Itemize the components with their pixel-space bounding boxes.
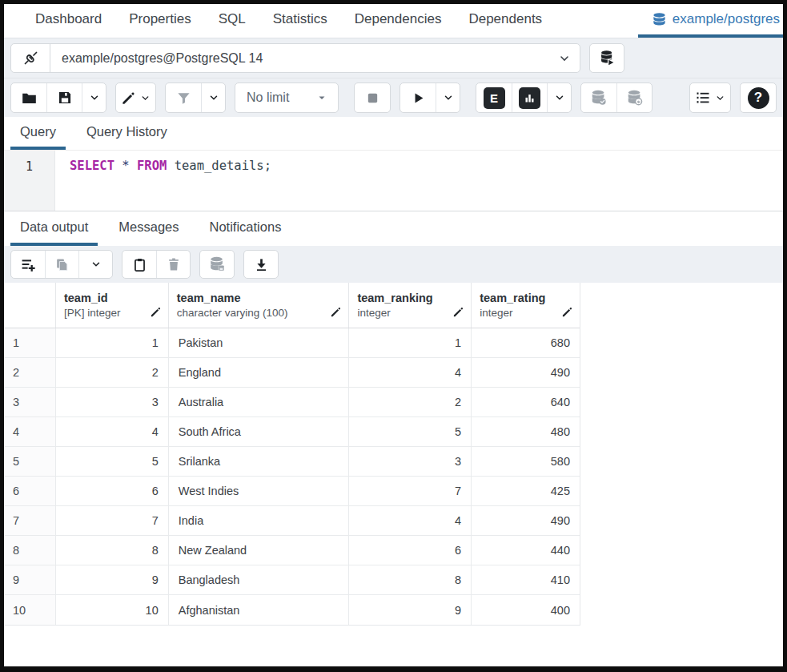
commit-button[interactable] [581, 83, 616, 112]
cell-team-rating[interactable]: 410 [472, 565, 580, 594]
new-connection-button[interactable] [589, 43, 624, 73]
sql-editor[interactable]: 1 SELECT * FROM team_details; [4, 151, 783, 211]
save-options-dropdown[interactable] [82, 83, 106, 112]
row-limit-select[interactable]: No limit [235, 83, 338, 112]
tab-dependents[interactable]: Dependents [455, 4, 556, 38]
row-number[interactable]: 3 [5, 388, 56, 416]
cell-team-rating[interactable]: 480 [472, 417, 580, 446]
explain-options-dropdown[interactable] [547, 83, 571, 112]
tab-statistics[interactable]: Statistics [259, 4, 341, 38]
edit-column-icon[interactable] [452, 306, 464, 318]
column-header-team-id[interactable]: team_id[PK] integer [56, 283, 169, 328]
row-number[interactable]: 7 [5, 506, 56, 535]
help-button[interactable]: ? [741, 83, 776, 112]
cell-team-id[interactable]: 6 [56, 477, 169, 505]
cell-team-name[interactable]: Bangladesh [169, 565, 350, 594]
delete-row-button[interactable] [156, 251, 190, 278]
macros-button[interactable] [690, 83, 730, 112]
cell-team-ranking[interactable]: 7 [349, 477, 472, 505]
row-number[interactable]: 2 [5, 358, 56, 387]
cell-team-name[interactable]: Srilanka [169, 447, 350, 476]
cell-team-id[interactable]: 5 [56, 447, 169, 476]
open-file-button[interactable] [11, 83, 46, 112]
tab-notifications[interactable]: Notifications [200, 211, 291, 246]
rollback-button[interactable] [616, 83, 652, 112]
cell-team-name[interactable]: Pakistan [169, 328, 350, 357]
cell-team-rating[interactable]: 440 [472, 536, 580, 565]
cell-team-id[interactable]: 1 [56, 328, 169, 357]
row-number[interactable]: 10 [5, 595, 56, 625]
column-header-team-ranking[interactable]: team_rankinginteger [349, 283, 472, 328]
copy-options-dropdown[interactable] [78, 251, 112, 278]
tab-query-history[interactable]: Query History [77, 117, 177, 150]
column-header-team-name[interactable]: team_namecharacter varying (100) [169, 283, 350, 328]
save-data-button[interactable] [200, 251, 234, 278]
edit-column-icon[interactable] [330, 306, 342, 318]
download-results-button[interactable] [244, 251, 278, 278]
tab-data-output[interactable]: Data output [10, 211, 98, 246]
row-number[interactable]: 8 [5, 536, 56, 565]
cell-team-name[interactable]: England [169, 358, 350, 387]
cell-team-id[interactable]: 2 [56, 358, 169, 387]
row-number[interactable]: 4 [5, 417, 56, 446]
table-row: 10 10 Afghanistan 9 400 [5, 595, 580, 625]
cell-team-name[interactable]: West Indies [169, 477, 350, 505]
row-number[interactable]: 5 [5, 447, 56, 476]
cell-team-ranking[interactable]: 3 [349, 447, 472, 476]
filter-options-dropdown[interactable] [201, 83, 225, 112]
column-header-team-rating[interactable]: team_ratinginteger [472, 283, 580, 328]
cell-team-ranking[interactable]: 8 [349, 565, 472, 594]
cancel-query-button[interactable] [355, 83, 390, 112]
tab-query-tool-example-postgres[interactable]: example/postgres [638, 4, 783, 38]
cell-team-ranking[interactable]: 9 [349, 595, 472, 625]
tab-sql[interactable]: SQL [205, 4, 259, 38]
edit-menu-button[interactable] [116, 83, 155, 112]
cell-team-ranking[interactable]: 5 [349, 417, 472, 446]
execute-options-dropdown[interactable] [436, 83, 460, 112]
cell-team-name[interactable]: Afghanistan [169, 595, 350, 625]
cell-team-rating[interactable]: 425 [472, 477, 580, 505]
tab-properties[interactable]: Properties [115, 4, 204, 38]
tab-dependencies[interactable]: Dependencies [341, 4, 456, 38]
paste-button[interactable] [122, 251, 156, 278]
cell-team-id[interactable]: 8 [56, 536, 169, 565]
cell-team-rating[interactable]: 400 [472, 595, 580, 625]
cell-team-ranking[interactable]: 6 [349, 536, 472, 565]
connection-select[interactable]: example/postgres@PostgreSQL 14 [10, 43, 580, 73]
cell-team-ranking[interactable]: 4 [349, 506, 472, 535]
copy-button[interactable] [45, 251, 78, 278]
explain-analyze-button[interactable] [512, 83, 547, 112]
cell-team-rating[interactable]: 680 [472, 328, 580, 357]
cell-team-rating[interactable]: 490 [472, 506, 580, 535]
cell-team-rating[interactable]: 580 [472, 447, 580, 476]
explain-button[interactable]: E [476, 83, 512, 112]
cell-team-rating[interactable]: 640 [472, 388, 580, 416]
row-number[interactable]: 6 [5, 477, 56, 505]
tab-query[interactable]: Query [10, 117, 66, 150]
add-row-button[interactable] [11, 251, 45, 278]
cell-team-ranking[interactable]: 1 [349, 328, 472, 357]
cell-team-id[interactable]: 4 [56, 417, 169, 446]
save-file-button[interactable] [46, 83, 82, 112]
cell-team-name[interactable]: New Zealand [169, 536, 350, 565]
cell-team-id[interactable]: 7 [56, 506, 169, 535]
row-number[interactable]: 1 [5, 328, 56, 357]
sql-code-line[interactable]: SELECT * FROM team_details; [55, 151, 783, 211]
cell-team-name[interactable]: Australia [169, 388, 350, 416]
cell-team-rating[interactable]: 490 [472, 358, 580, 387]
cell-team-id[interactable]: 3 [56, 388, 169, 416]
cell-team-id[interactable]: 10 [56, 595, 169, 625]
execute-button[interactable] [400, 83, 436, 112]
cell-team-ranking[interactable]: 4 [349, 358, 472, 387]
row-number[interactable]: 9 [5, 565, 56, 594]
tab-dashboard[interactable]: Dashboard [22, 4, 115, 38]
select-all-header[interactable] [5, 283, 56, 328]
cell-team-ranking[interactable]: 2 [349, 388, 472, 416]
edit-column-icon[interactable] [150, 306, 162, 318]
edit-column-icon[interactable] [561, 306, 573, 318]
cell-team-id[interactable]: 9 [56, 565, 169, 594]
cell-team-name[interactable]: India [169, 506, 350, 535]
tab-messages[interactable]: Messages [109, 211, 188, 246]
cell-team-name[interactable]: South Africa [169, 417, 350, 446]
filter-button[interactable] [166, 83, 201, 112]
